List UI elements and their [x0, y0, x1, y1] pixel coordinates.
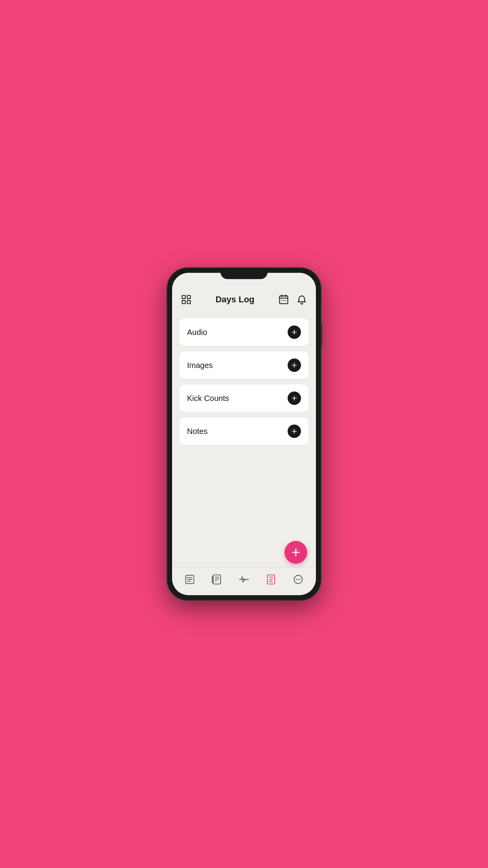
svg-point-35 [296, 579, 297, 580]
fab-plus-icon [291, 547, 301, 557]
svg-point-37 [300, 579, 301, 580]
bottom-nav [172, 567, 316, 595]
list-item-label-images: Images [187, 361, 213, 370]
phone-screen: Days Log [172, 273, 316, 595]
list-item-label-notes: Notes [187, 427, 207, 436]
fab-container [284, 541, 307, 564]
svg-rect-1 [187, 296, 190, 299]
header-left [180, 293, 193, 306]
calendar-icon [278, 294, 289, 305]
nav-item-diary[interactable] [262, 572, 281, 587]
svg-point-36 [298, 579, 299, 580]
list-item-images[interactable]: Images [179, 351, 309, 379]
svg-point-8 [281, 300, 282, 301]
list-item-label-audio: Audio [187, 328, 207, 337]
phone-frame: Days Log [167, 268, 321, 600]
list-container: Audio Images [172, 312, 316, 567]
svg-rect-0 [182, 296, 185, 299]
svg-point-10 [285, 300, 286, 301]
plus-icon-audio [291, 329, 298, 336]
notification-button[interactable] [295, 293, 308, 306]
list-item-label-kick-counts: Kick Counts [187, 394, 229, 403]
plus-icon-images [291, 362, 298, 369]
page-title: Days Log [193, 294, 277, 305]
log-icon [184, 574, 195, 585]
diary-icon [266, 574, 277, 585]
fab-add-button[interactable] [284, 541, 307, 564]
journal-icon [211, 574, 222, 585]
svg-rect-3 [187, 300, 190, 303]
list-item-kick-counts[interactable]: Kick Counts [179, 384, 309, 412]
svg-point-9 [283, 300, 284, 301]
phone-notch [220, 268, 268, 279]
add-images-button[interactable] [288, 359, 301, 372]
app-content: Days Log [172, 273, 316, 595]
svg-point-25 [186, 577, 187, 578]
nav-item-health[interactable] [235, 572, 253, 587]
bell-icon [296, 294, 307, 305]
header-right [277, 293, 308, 306]
grid-icon [181, 294, 192, 305]
svg-rect-26 [213, 575, 220, 584]
svg-rect-2 [182, 300, 185, 303]
health-icon [238, 574, 250, 585]
add-kick-counts-button[interactable] [288, 392, 301, 405]
more-icon [293, 574, 304, 585]
list-item-notes[interactable]: Notes [179, 417, 309, 445]
nav-item-log[interactable] [180, 572, 199, 587]
add-notes-button[interactable] [288, 425, 301, 438]
plus-icon-kick-counts [291, 395, 298, 402]
list-item-audio[interactable]: Audio [179, 318, 309, 346]
svg-rect-4 [280, 296, 288, 304]
add-audio-button[interactable] [288, 326, 301, 339]
nav-item-journal[interactable] [207, 572, 226, 587]
grid-menu-button[interactable] [180, 293, 193, 306]
nav-item-more[interactable] [289, 572, 308, 587]
plus-icon-notes [291, 428, 298, 435]
calendar-button[interactable] [277, 293, 290, 306]
